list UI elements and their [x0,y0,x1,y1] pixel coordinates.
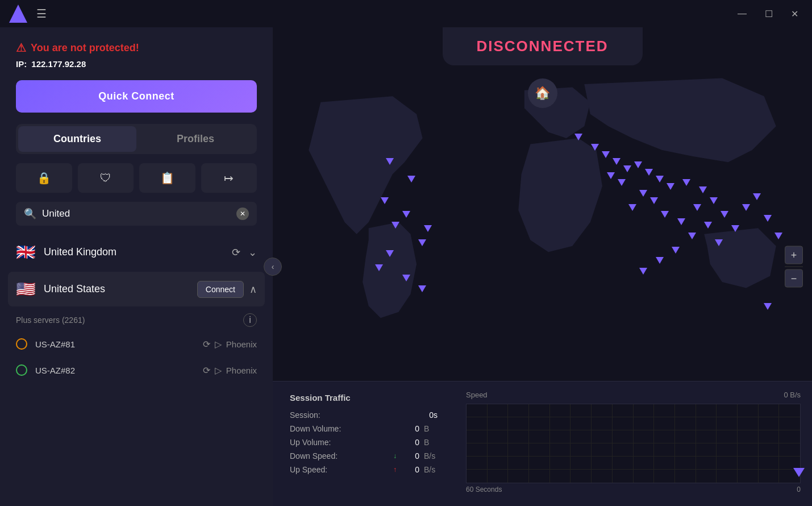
tab-countries[interactable]: Countries [18,126,136,152]
filter-shield-button[interactable]: 🛡 [78,163,134,193]
protection-status-text: You are not protected! [31,42,139,54]
map-marker [602,151,610,158]
main-layout: ⚠ You are not protected! IP: 122.177.92.… [0,27,812,506]
map-marker [623,165,631,172]
title-bar-controls: — ☐ ✕ [733,6,803,22]
right-panel: DISCONNECTED 🏠 [273,27,812,506]
map-marker [650,197,658,204]
us-actions: Connect ∧ [197,281,257,298]
server-actions-az81: ⟳ ▷ [203,339,222,350]
map-marker [613,158,621,165]
map-marker [682,179,690,186]
server-item-az82[interactable]: US-AZ#82 ⟳ ▷ Phoenix [8,358,265,383]
map-marker [402,275,410,281]
filter-all-button[interactable]: 🔒 [16,163,72,193]
search-icon: 🔍 [24,208,36,220]
filter-row: 🔒 🛡 📋 ↦ [16,163,257,193]
warning-icon: ⚠ [16,41,26,55]
map-marker [710,197,718,204]
disconnected-banner: DISCONNECTED [442,27,642,65]
map-marker [704,222,712,229]
server-reconnect-az82[interactable]: ⟳ [203,365,210,376]
map-marker [764,215,772,222]
server-reconnect-az81[interactable]: ⟳ [203,339,210,350]
graph-footer-left: 60 Seconds [466,486,502,493]
map-marker [677,218,685,225]
stat-down-vol-value: 0 [397,424,419,433]
speed-title: Speed [466,391,488,399]
quick-connect-button[interactable]: Quick Connect [16,80,257,113]
us-name: United States [44,283,197,295]
map-marker [742,204,750,211]
map-marker [639,190,647,197]
map-marker [418,285,426,292]
map-marker [639,268,647,275]
map-marker [407,176,415,183]
country-item-uk[interactable]: 🇬🇧 United Kingdom ⟳ ⌄ [8,235,265,269]
server-connect-az81[interactable]: ▷ [215,339,222,350]
plus-servers-info-button[interactable]: i [243,313,257,327]
map-marker [656,176,664,183]
stat-up-vol-label: Up Volume: [290,438,397,447]
minimize-button[interactable]: — [733,6,751,21]
map-marker [715,239,723,246]
graph-marker [793,468,805,477]
stat-session-value: 0s [415,410,438,420]
map-marker [418,239,426,246]
server-item-az81[interactable]: US-AZ#81 ⟳ ▷ Phoenix [8,331,265,356]
speed-value: 0 B/s [784,391,801,399]
uk-name: United Kingdom [44,246,230,258]
plus-servers-label: Plus servers (2261) [16,316,85,325]
zoom-out-button[interactable]: − [785,269,803,288]
map-marker [753,193,761,200]
us-collapse-button[interactable]: ∧ [249,283,257,296]
map-marker [402,211,410,218]
stat-down-vol-label: Down Volume: [290,424,397,433]
us-flag: 🇺🇸 [16,280,36,298]
uk-expand-button[interactable]: ⌄ [248,246,257,259]
maximize-button[interactable]: ☐ [760,6,777,22]
map-marker [661,211,669,218]
stat-down-spd-unit: B/s [424,451,438,461]
map-marker [656,257,664,264]
session-traffic-title: Session Traffic [290,393,438,403]
map-marker [667,183,674,190]
filter-sort-button[interactable]: ↦ [201,163,257,193]
map-marker [672,247,680,254]
server-status-az81 [16,338,27,350]
home-button[interactable]: 🏠 [528,78,557,108]
server-name-az81: US-AZ#81 [35,339,203,349]
country-item-us[interactable]: 🇺🇸 United States Connect ∧ [8,272,265,306]
us-connect-button[interactable]: Connect [197,281,244,298]
server-status-az82 [16,364,27,376]
search-bar: 🔍 ✕ [16,202,257,226]
server-connect-az82[interactable]: ▷ [215,365,222,376]
plus-servers-header: Plus servers (2261) i [8,309,265,331]
stat-down-vol-unit: B [424,424,438,433]
map-marker [618,179,626,186]
close-button[interactable]: ✕ [786,6,803,22]
map-marker [386,250,394,257]
tab-profiles[interactable]: Profiles [136,126,255,152]
stat-down-spd-value: 0 [397,451,419,461]
server-name-az82: US-AZ#82 [35,366,203,375]
stat-down-speed: Down Speed: ↓ 0 B/s [290,451,438,461]
speed-graph-footer: 60 Seconds 0 [466,486,801,493]
search-clear-button[interactable]: ✕ [236,208,249,220]
server-location-az81: Phoenix [226,339,257,349]
uk-reconnect-button[interactable]: ⟳ [230,244,243,261]
map-marker [574,134,582,140]
menu-button[interactable]: ☰ [36,8,47,19]
stat-up-spd-value: 0 [397,465,419,474]
map-marker [381,197,389,204]
stat-down-volume: Down Volume: 0 B [290,424,438,433]
stat-up-spd-label: Up Speed: [290,465,389,474]
map-marker [375,264,383,271]
search-input[interactable] [42,208,231,219]
speed-graph-header: Speed 0 B/s [466,391,801,399]
filter-document-button[interactable]: 📋 [139,163,195,193]
map-marker [386,158,394,165]
collapse-panel-button[interactable]: ‹ [264,258,282,276]
stat-up-spd-unit: B/s [424,465,438,474]
zoom-in-button[interactable]: + [785,246,803,264]
